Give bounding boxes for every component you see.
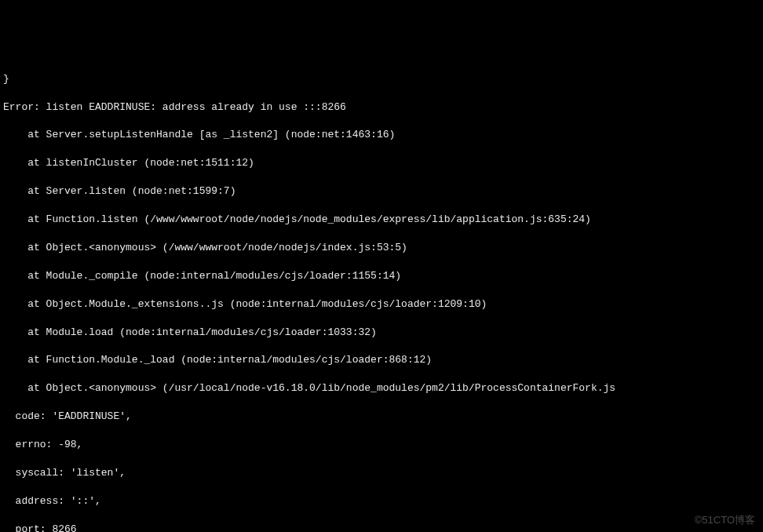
terminal-output: } Error: listen EADDRINUSE: address alre… <box>3 58 760 532</box>
stack-trace-line: at Object.<anonymous> (/www/wwwroot/node… <box>3 241 760 255</box>
error-prop-line: syscall: 'listen', <box>3 466 760 480</box>
stack-trace-line: at Function.Module._load (node:internal/… <box>3 353 760 367</box>
stack-trace-line: at Object.Module._extensions..js (node:i… <box>3 297 760 312</box>
error-prop-line: port: 8266 <box>3 523 760 532</box>
stack-trace-line: at Module.load (node:internal/modules/cj… <box>3 326 760 340</box>
error-line: Error: listen EADDRINUSE: address alread… <box>3 100 760 115</box>
error-prop-line: code: 'EADDRINUSE', <box>3 410 760 424</box>
stack-trace-line: at Module._compile (node:internal/module… <box>3 269 760 283</box>
stack-trace-line: at Object.<anonymous> (/usr/local/node-v… <box>3 381 760 395</box>
stack-trace-line: at Server.setupListenHandle [as _listen2… <box>3 128 760 142</box>
stack-trace-line: at Function.listen (/www/wwwroot/node/no… <box>3 213 760 227</box>
brace-line: } <box>3 72 760 86</box>
error-prop-line: errno: -98, <box>3 438 760 452</box>
watermark-text: ©51CTO博客 <box>695 513 755 527</box>
error-prop-line: address: '::', <box>3 494 760 508</box>
stack-trace-line: at Server.listen (node:net:1599:7) <box>3 184 760 199</box>
stack-trace-line: at listenInCluster (node:net:1511:12) <box>3 156 760 170</box>
